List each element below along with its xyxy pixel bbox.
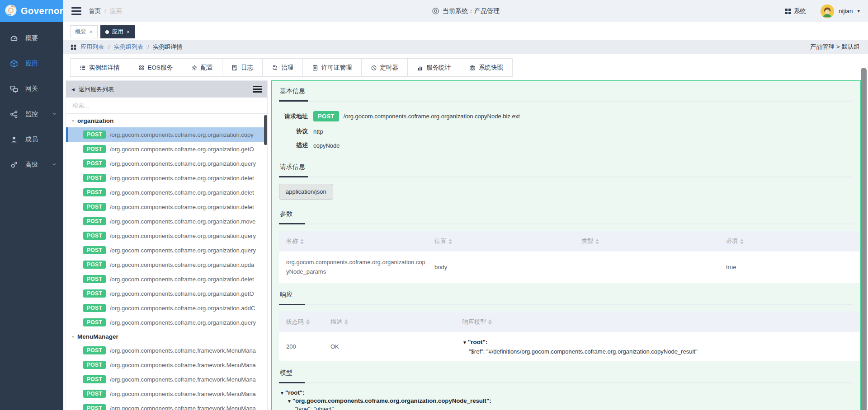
search-input[interactable]: [66, 98, 267, 113]
service-item[interactable]: POST/org.gocom.components.coframe.framew…: [66, 372, 267, 387]
service-item[interactable]: POST/org.gocom.components.coframe.org.or…: [66, 257, 267, 272]
group-organization[interactable]: ▾ organization: [66, 114, 267, 127]
model-tree: ▼"root": ▼"org.gocom.components.coframe.…: [279, 383, 860, 410]
logs-button[interactable]: 日志: [222, 58, 263, 77]
content-type-chip[interactable]: application/json: [279, 184, 333, 200]
governor-swirl-icon: [5, 4, 17, 18]
system-menu[interactable]: 系统: [785, 7, 806, 15]
panel-menu-icon[interactable]: [253, 86, 262, 93]
tab-overview[interactable]: 概要 ×: [70, 25, 98, 38]
service-list-panel: ◀ 返回服务列表 ▾ organization POST/org.gocom.c…: [66, 80, 268, 410]
col-response-model[interactable]: 响应模型: [458, 312, 860, 332]
description-value: copyNode: [313, 142, 340, 149]
col-required[interactable]: 必填: [722, 231, 860, 252]
license-management-button[interactable]: 许可证管理: [302, 58, 362, 77]
sync-arrows-icon: [272, 65, 278, 71]
model-ref: "$ref": "#/definitions/org.gocom.compone…: [469, 348, 856, 355]
sidebar-item-members[interactable]: 成员: [0, 127, 63, 152]
current-system-label: 当前系统：产品管理: [443, 7, 500, 15]
service-item[interactable]: POST/org.gocom.components.coframe.org.or…: [66, 228, 267, 243]
service-item[interactable]: POST/org.gocom.components.coframe.org.or…: [66, 301, 267, 315]
breadcrumb-home[interactable]: 首页: [89, 7, 101, 15]
service-item[interactable]: POST/org.gocom.components.coframe.org.or…: [66, 156, 267, 171]
dashboard-icon: [10, 34, 18, 42]
col-name[interactable]: 名称: [279, 231, 430, 252]
col-type[interactable]: 类型: [577, 231, 722, 252]
service-item[interactable]: POST/org.gocom.components.coframe.org.or…: [66, 315, 267, 330]
col-status-code[interactable]: 状态码: [279, 312, 326, 332]
log-file-icon: [231, 65, 238, 71]
sidebar-item-applications[interactable]: 应用: [0, 51, 63, 76]
service-stats-button[interactable]: 服务统计: [407, 58, 460, 77]
brand-logo[interactable]: Governor: [0, 0, 63, 22]
tree-open-icon[interactable]: ▼: [280, 391, 284, 396]
service-item[interactable]: POST/org.gocom.components.coframe.org.or…: [66, 286, 267, 301]
grid-icon: [71, 44, 76, 50]
eos-services-button[interactable]: EOS服务: [129, 58, 183, 77]
avatar[interactable]: [821, 5, 834, 18]
service-tree: ▾ organization POST/org.gocom.components…: [66, 114, 267, 410]
service-item[interactable]: POST/org.gocom.components.coframe.org.or…: [66, 214, 267, 228]
service-item[interactable]: POST/org.gocom.components.coframe.framew…: [66, 343, 267, 358]
param-type: [577, 252, 722, 283]
sidebar-item-label: 应用: [25, 60, 38, 68]
tab-params[interactable]: 参数: [279, 204, 305, 224]
username[interactable]: nijian: [839, 8, 853, 14]
param-position: body: [430, 252, 577, 283]
caret-down-icon: ▾: [72, 334, 74, 339]
breadcrumb-app-list[interactable]: 应用列表: [80, 43, 104, 51]
back-to-service-list[interactable]: ◀ 返回服务列表: [66, 81, 267, 98]
sidebar-item-gateway[interactable]: 网关: [0, 76, 63, 102]
timer-button[interactable]: 定时器: [361, 58, 408, 77]
service-item[interactable]: POST/org.gocom.components.coframe.framew…: [66, 401, 267, 410]
page-scrollbar[interactable]: [861, 68, 867, 410]
instance-group-detail-button[interactable]: 实例组详情: [70, 58, 129, 77]
group-toolbar: 实例组详情 EOS服务 配置 日志 治理 许可证管理: [70, 58, 868, 77]
service-item[interactable]: POST/org.gocom.components.coframe.org.or…: [66, 200, 267, 214]
tab-model[interactable]: 模型: [279, 363, 305, 383]
user-menu-caret-icon[interactable]: ▾: [857, 8, 860, 14]
tree-open-icon[interactable]: ▼: [287, 399, 292, 404]
tab-response[interactable]: 响应: [279, 285, 305, 305]
tab-basic-info[interactable]: 基本信息: [279, 81, 308, 102]
sidebar-item-advanced[interactable]: 高级: [0, 152, 63, 177]
chevron-down-icon: [52, 161, 57, 168]
tab-request-info[interactable]: 请求信息: [279, 157, 308, 177]
governance-button[interactable]: 治理: [262, 58, 303, 77]
brand-name: Governor: [21, 6, 63, 16]
current-system: 当前系统：产品管理: [432, 7, 500, 15]
col-description[interactable]: 描述: [326, 312, 458, 332]
close-icon[interactable]: ×: [90, 29, 93, 35]
tree-open-icon[interactable]: ▼: [462, 340, 467, 345]
col-position[interactable]: 位置: [430, 231, 577, 252]
gateway-icon: [10, 85, 18, 93]
param-required: true: [722, 252, 860, 283]
header-breadcrumb: 首页 / 应用: [89, 7, 122, 15]
method-badge: POST: [313, 111, 339, 121]
service-item[interactable]: POST/org.gocom.components.coframe.org.or…: [66, 272, 267, 286]
sidebar-item-overview[interactable]: 概要: [0, 26, 63, 51]
service-item[interactable]: POST/org.gocom.components.coframe.org.or…: [66, 243, 267, 257]
sort-icon: [306, 319, 310, 325]
service-item[interactable]: POST/org.gocom.components.coframe.org.or…: [66, 171, 267, 185]
group-menumanager[interactable]: ▾ MenuManager: [66, 330, 267, 343]
list-scrollbar[interactable]: [264, 115, 267, 145]
config-button[interactable]: 配置: [182, 58, 222, 77]
tab-applications[interactable]: 应用 ×: [100, 25, 135, 38]
sidebar-item-label: 网关: [25, 85, 38, 93]
breadcrumb-current: 应用: [110, 7, 122, 15]
service-item[interactable]: POST/org.gocom.components.coframe.org.or…: [66, 127, 267, 142]
breadcrumb-instance-group-detail: 实例组详情: [153, 43, 182, 51]
close-icon[interactable]: ×: [127, 29, 130, 35]
service-item[interactable]: POST/org.gocom.components.coframe.org.or…: [66, 142, 267, 156]
service-item[interactable]: POST/org.gocom.components.coframe.org.or…: [66, 185, 267, 200]
service-item[interactable]: POST/org.gocom.components.coframe.framew…: [66, 358, 267, 372]
breadcrumb-instance-group-list[interactable]: 实例组列表: [114, 43, 143, 51]
service-item[interactable]: POST/org.gocom.components.coframe.framew…: [66, 387, 267, 401]
content-area: ◀ 返回服务列表 ▾ organization POST/org.gocom.c…: [63, 77, 868, 410]
sidebar-item-monitoring[interactable]: 监控: [0, 102, 63, 127]
system-snapshot-button[interactable]: 系统快照: [460, 58, 513, 77]
collapse-menu-icon[interactable]: [71, 7, 81, 15]
field-description: 描述 copyNode: [279, 141, 860, 149]
field-request-url: 请求地址 POST /org.gocom.components.coframe.…: [279, 111, 860, 121]
